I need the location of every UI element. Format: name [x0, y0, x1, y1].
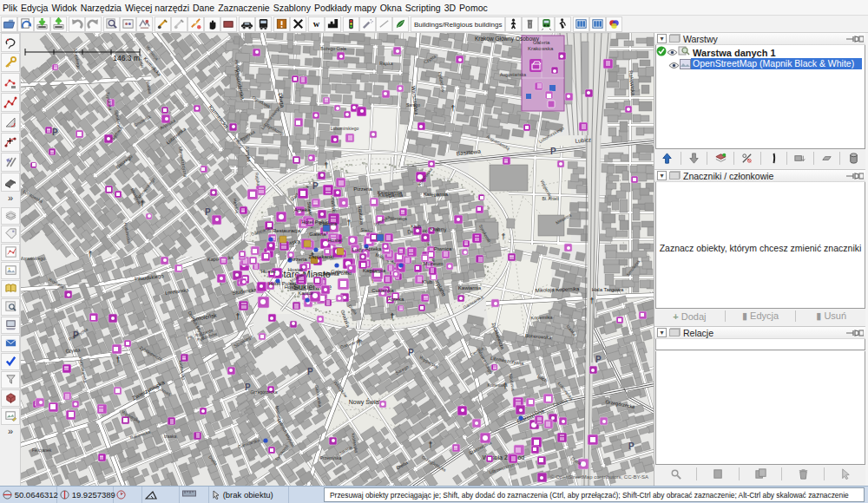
- svg-text:P: P: [595, 355, 602, 364]
- svg-text:Izaaka: Izaaka: [164, 434, 177, 439]
- svg-text:†: †: [235, 311, 240, 321]
- svg-text:†: †: [450, 103, 455, 113]
- svg-text:†: †: [390, 311, 394, 321]
- svg-text:Klub: Klub: [430, 226, 441, 232]
- svg-text:Nowy Świat: Nowy Świat: [349, 398, 381, 406]
- svg-text:Hostel: Hostel: [260, 269, 275, 274]
- svg-text:P: P: [628, 441, 635, 451]
- svg-text:Piwnica: Piwnica: [319, 221, 338, 226]
- svg-text:Wenecja: Wenecja: [390, 216, 407, 221]
- svg-text:Cukiernia: Cukiernia: [372, 288, 394, 293]
- svg-text:P: P: [312, 181, 319, 191]
- svg-text:Piwnica: Piwnica: [434, 246, 452, 252]
- svg-text:Krakowska: Krakowska: [528, 46, 554, 51]
- svg-text:Klub: Klub: [422, 279, 433, 284]
- svg-text:Restauracja: Restauracja: [273, 228, 301, 233]
- svg-text:Kraków Główny Osobowy: Kraków Główny Osobowy: [475, 36, 540, 42]
- svg-text:†: †: [324, 160, 328, 170]
- svg-text:Hostel: Hostel: [284, 284, 299, 290]
- svg-text:Pizzeria: Pizzeria: [288, 257, 307, 262]
- svg-text:Grzegórzecka: Grzegórzecka: [250, 389, 277, 395]
- svg-text:†: †: [346, 218, 351, 227]
- svg-text:Augustiańska: Augustiańska: [500, 72, 526, 77]
- svg-text:Przemyska: Przemyska: [320, 455, 342, 461]
- svg-text:Bł. Anieli: Bł. Anieli: [542, 196, 558, 201]
- svg-text:Klub: Klub: [411, 224, 422, 229]
- svg-text:Sarego: Sarego: [406, 102, 420, 108]
- svg-text:Rajska: Rajska: [379, 61, 393, 66]
- svg-text:Muzeum: Muzeum: [423, 261, 443, 266]
- svg-text:Lody: Lody: [352, 247, 363, 252]
- svg-text:Felicjanek: Felicjanek: [32, 447, 52, 453]
- svg-text:†: †: [428, 440, 432, 449]
- svg-text:†: †: [115, 355, 120, 364]
- svg-text:w: w: [313, 19, 320, 29]
- svg-text:Apteka: Apteka: [388, 297, 404, 302]
- svg-text:†: †: [589, 296, 594, 305]
- svg-text:Apteka: Apteka: [365, 246, 382, 252]
- svg-text:Bożego Ciała: Bożego Ciała: [320, 46, 346, 51]
- svg-text:© OpenStreetMap contributors,: © OpenStreetMap contributors, CC-BY-SA: [550, 474, 648, 480]
- svg-text:Hostel: Hostel: [327, 238, 342, 243]
- svg-text:Pizzeria: Pizzeria: [353, 186, 372, 192]
- svg-text:Kantor: Kantor: [298, 291, 313, 296]
- svg-text:†: †: [501, 232, 505, 241]
- svg-text:Hostel: Hostel: [287, 267, 302, 272]
- svg-text:Hala Targowa: Hala Targowa: [592, 287, 624, 292]
- svg-text:Galeria: Galeria: [331, 269, 348, 274]
- svg-text:Galeria: Galeria: [309, 232, 326, 237]
- svg-text:P: P: [52, 127, 58, 137]
- svg-text:P: P: [408, 348, 414, 357]
- svg-text:Apteka: Apteka: [294, 207, 311, 212]
- svg-text:Kopernika: Kopernika: [530, 315, 553, 321]
- svg-text:Zapiekanki: Zapiekanki: [308, 254, 333, 259]
- svg-text:Królewska: Królewska: [487, 382, 507, 388]
- svg-text:P: P: [307, 367, 313, 376]
- svg-text:Lubomirskiego: Lubomirskiego: [331, 126, 359, 131]
- svg-text:146.3 m: 146.3 m: [113, 54, 140, 62]
- svg-text:P: P: [550, 147, 556, 156]
- svg-text:Morawskiego: Morawskiego: [21, 256, 45, 261]
- svg-text:Księgarnia: Księgarnia: [424, 192, 449, 197]
- svg-text:Kawiarnia: Kawiarnia: [458, 285, 482, 291]
- svg-text:Kawiarnia: Kawiarnia: [363, 268, 386, 273]
- svg-text:Księgarnia: Księgarnia: [378, 193, 404, 198]
- svg-text:†: †: [88, 249, 92, 258]
- svg-text:P: P: [205, 207, 211, 217]
